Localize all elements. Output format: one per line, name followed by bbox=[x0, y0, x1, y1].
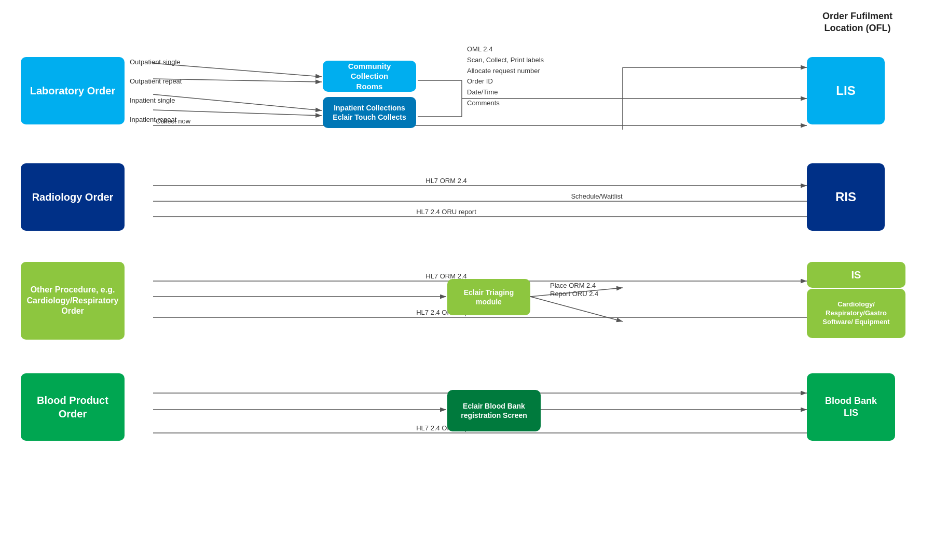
flow-label-outpatient-single: Outpatient single bbox=[130, 58, 182, 66]
lab-box-label: Laboratory Order bbox=[21, 57, 125, 124]
info-comments: Comments bbox=[467, 98, 544, 109]
inpatient-collections-box: Inpatient CollectionsEclair Touch Collec… bbox=[323, 97, 416, 128]
lab-flow-labels: Outpatient single Outpatient repeat Inpa… bbox=[130, 58, 182, 135]
radiology-order-box: Radiology Order bbox=[21, 163, 125, 231]
triaging-label: Eclair Triagingmodule bbox=[447, 279, 530, 315]
info-scan: Scan, Collect, Print labels bbox=[467, 55, 544, 66]
is-label: IS bbox=[807, 262, 905, 288]
procedure-order-box: Other Procedure, e.g.Cardiology/Respirat… bbox=[21, 262, 125, 340]
svg-line-20 bbox=[530, 297, 623, 321]
cardiology-box: Cardiology/Respiratory/GastroSoftware/ E… bbox=[807, 289, 905, 338]
blood-product-box: Blood ProductOrder bbox=[21, 373, 125, 441]
community-collection-box: Community CollectionRooms bbox=[323, 61, 416, 92]
info-oml: OML 2.4 bbox=[467, 44, 544, 55]
is-box: IS bbox=[807, 262, 905, 288]
flow-label-inpatient-single: Inpatient single bbox=[130, 96, 182, 104]
info-allocate: Allocate request number bbox=[467, 66, 544, 77]
flow-label-inpatient-repeat: Inpatient repeat bbox=[130, 116, 182, 123]
svg-text:HL7 2.4 ORU report: HL7 2.4 ORU report bbox=[416, 208, 476, 216]
svg-line-19 bbox=[530, 288, 623, 297]
lis-box: LIS bbox=[807, 57, 885, 124]
ris-label: RIS bbox=[807, 163, 885, 231]
svg-text:HL7 ORM 2.4: HL7 ORM 2.4 bbox=[425, 177, 466, 185]
lis-label: LIS bbox=[807, 57, 885, 124]
info-orderid: Order ID bbox=[467, 76, 544, 87]
svg-text:Schedule/Waitlist: Schedule/Waitlist bbox=[571, 192, 623, 200]
blood-box-label: Blood ProductOrder bbox=[21, 373, 125, 441]
svg-text:Place ORM 2.4: Place ORM 2.4 bbox=[550, 282, 596, 289]
lab-info-block: OML 2.4 Scan, Collect, Print labels Allo… bbox=[467, 44, 544, 109]
blood-bank-screen-label: Eclair Blood Bankregistration Screen bbox=[447, 390, 541, 431]
blood-bank-lis-label: Blood BankLIS bbox=[807, 373, 895, 441]
blood-bank-lis-box: Blood BankLIS bbox=[807, 373, 895, 441]
inpatient-box-label: Inpatient CollectionsEclair Touch Collec… bbox=[323, 97, 416, 128]
radiology-box-label: Radiology Order bbox=[21, 163, 125, 231]
diagram-container: Order Fufilment Location (OFL) bbox=[0, 0, 934, 560]
cardiology-label: Cardiology/Respiratory/GastroSoftware/ E… bbox=[807, 289, 905, 338]
community-box-label: Community CollectionRooms bbox=[323, 61, 416, 92]
procedure-box-label: Other Procedure, e.g.Cardiology/Respirat… bbox=[21, 262, 125, 340]
ris-box: RIS bbox=[807, 163, 885, 231]
laboratory-order-box: Laboratory Order bbox=[21, 57, 125, 124]
blood-bank-screen-box: Eclair Blood Bankregistration Screen bbox=[447, 390, 541, 431]
ofl-title: Order Fufilment Location (OFL) bbox=[822, 10, 892, 35]
info-datetime: Date/Time bbox=[467, 87, 544, 98]
flow-label-outpatient-repeat: Outpatient repeat bbox=[130, 77, 182, 85]
svg-text:Report ORU 2.4: Report ORU 2.4 bbox=[550, 290, 598, 298]
triaging-module-box: Eclair Triagingmodule bbox=[447, 279, 530, 315]
